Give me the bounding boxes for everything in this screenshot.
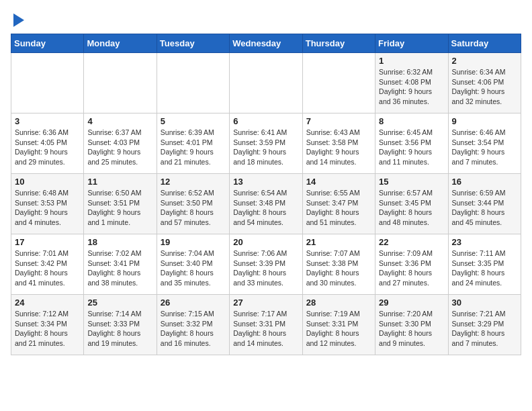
day-info: Sunrise: 6:57 AM Sunset: 3:45 PM Dayligh… <box>379 188 444 228</box>
day-info: Sunrise: 6:43 AM Sunset: 3:58 PM Dayligh… <box>306 128 371 167</box>
calendar-cell: 29Sunrise: 7:20 AM Sunset: 3:30 PM Dayli… <box>375 295 448 355</box>
day-info: Sunrise: 7:15 AM Sunset: 3:32 PM Dayligh… <box>161 309 226 349</box>
day-info: Sunrise: 6:46 AM Sunset: 3:54 PM Dayligh… <box>452 128 517 167</box>
calendar-cell <box>11 53 84 113</box>
day-info: Sunrise: 7:17 AM Sunset: 3:31 PM Dayligh… <box>233 309 298 349</box>
calendar-cell: 1Sunrise: 6:32 AM Sunset: 4:08 PM Daylig… <box>375 53 448 113</box>
calendar-cell: 16Sunrise: 6:59 AM Sunset: 3:44 PM Dayli… <box>448 174 521 234</box>
calendar-cell: 10Sunrise: 6:48 AM Sunset: 3:53 PM Dayli… <box>11 174 84 234</box>
day-number: 3 <box>15 116 80 126</box>
calendar-cell: 3Sunrise: 6:36 AM Sunset: 4:05 PM Daylig… <box>11 113 84 174</box>
calendar-cell <box>302 53 375 113</box>
day-number: 24 <box>15 298 80 308</box>
day-number: 12 <box>161 177 226 187</box>
day-info: Sunrise: 7:01 AM Sunset: 3:42 PM Dayligh… <box>15 248 80 288</box>
calendar-cell: 26Sunrise: 7:15 AM Sunset: 3:32 PM Dayli… <box>157 295 229 355</box>
calendar-cell: 24Sunrise: 7:12 AM Sunset: 3:34 PM Dayli… <box>11 295 84 355</box>
day-number: 17 <box>15 237 80 247</box>
day-info: Sunrise: 7:07 AM Sunset: 3:38 PM Dayligh… <box>306 248 371 288</box>
day-info: Sunrise: 6:52 AM Sunset: 3:50 PM Dayligh… <box>161 188 226 228</box>
calendar-cell: 13Sunrise: 6:54 AM Sunset: 3:48 PM Dayli… <box>230 174 302 234</box>
calendar-cell <box>157 53 229 113</box>
calendar-cell: 4Sunrise: 6:37 AM Sunset: 4:03 PM Daylig… <box>84 113 157 174</box>
calendar-cell: 30Sunrise: 7:21 AM Sunset: 3:29 PM Dayli… <box>448 295 521 355</box>
calendar-cell: 6Sunrise: 6:41 AM Sunset: 3:59 PM Daylig… <box>230 113 302 174</box>
day-number: 14 <box>306 177 371 187</box>
calendar-cell: 9Sunrise: 6:46 AM Sunset: 3:54 PM Daylig… <box>448 113 521 174</box>
day-number: 4 <box>87 116 152 126</box>
day-number: 20 <box>233 237 298 247</box>
calendar-week-row: 17Sunrise: 7:01 AM Sunset: 3:42 PM Dayli… <box>11 234 521 295</box>
day-number: 6 <box>233 116 298 126</box>
day-info: Sunrise: 6:36 AM Sunset: 4:05 PM Dayligh… <box>15 128 80 167</box>
day-info: Sunrise: 6:55 AM Sunset: 3:47 PM Dayligh… <box>306 188 371 228</box>
day-info: Sunrise: 7:02 AM Sunset: 3:41 PM Dayligh… <box>87 248 152 288</box>
calendar-cell: 19Sunrise: 7:04 AM Sunset: 3:40 PM Dayli… <box>157 234 229 295</box>
day-number: 30 <box>452 298 517 308</box>
day-info: Sunrise: 7:19 AM Sunset: 3:31 PM Dayligh… <box>306 309 371 349</box>
calendar-cell: 28Sunrise: 7:19 AM Sunset: 3:31 PM Dayli… <box>302 295 375 355</box>
day-info: Sunrise: 6:48 AM Sunset: 3:53 PM Dayligh… <box>15 188 80 228</box>
day-number: 9 <box>452 116 517 126</box>
day-info: Sunrise: 7:04 AM Sunset: 3:40 PM Dayligh… <box>161 248 226 288</box>
day-number: 23 <box>452 237 517 247</box>
day-info: Sunrise: 7:20 AM Sunset: 3:30 PM Dayligh… <box>379 309 444 349</box>
calendar-cell: 27Sunrise: 7:17 AM Sunset: 3:31 PM Dayli… <box>230 295 302 355</box>
calendar-table: SundayMondayTuesdayWednesdayThursdayFrid… <box>11 34 521 355</box>
calendar-cell: 5Sunrise: 6:39 AM Sunset: 4:01 PM Daylig… <box>157 113 229 174</box>
day-number: 27 <box>233 298 298 308</box>
day-number: 7 <box>306 116 371 126</box>
header-cell-thursday: Thursday <box>302 34 375 53</box>
day-info: Sunrise: 7:11 AM Sunset: 3:35 PM Dayligh… <box>452 248 517 288</box>
calendar-cell: 25Sunrise: 7:14 AM Sunset: 3:33 PM Dayli… <box>84 295 157 355</box>
day-info: Sunrise: 6:54 AM Sunset: 3:48 PM Dayligh… <box>233 188 298 228</box>
day-info: Sunrise: 7:12 AM Sunset: 3:34 PM Dayligh… <box>15 309 80 349</box>
day-number: 26 <box>161 298 226 308</box>
logo-arrow-icon <box>13 13 24 27</box>
day-number: 15 <box>379 177 444 187</box>
calendar-cell: 21Sunrise: 7:07 AM Sunset: 3:38 PM Dayli… <box>302 234 375 295</box>
day-info: Sunrise: 6:34 AM Sunset: 4:06 PM Dayligh… <box>452 67 517 107</box>
calendar-cell: 15Sunrise: 6:57 AM Sunset: 3:45 PM Dayli… <box>375 174 448 234</box>
calendar-cell: 8Sunrise: 6:45 AM Sunset: 3:56 PM Daylig… <box>375 113 448 174</box>
header-cell-wednesday: Wednesday <box>230 34 302 53</box>
day-info: Sunrise: 7:09 AM Sunset: 3:36 PM Dayligh… <box>379 248 444 288</box>
calendar-week-row: 10Sunrise: 6:48 AM Sunset: 3:53 PM Dayli… <box>11 174 521 234</box>
day-number: 16 <box>452 177 517 187</box>
day-info: Sunrise: 6:45 AM Sunset: 3:56 PM Dayligh… <box>379 128 444 167</box>
calendar-week-row: 3Sunrise: 6:36 AM Sunset: 4:05 PM Daylig… <box>11 113 521 174</box>
day-number: 28 <box>306 298 371 308</box>
day-number: 11 <box>87 177 152 187</box>
logo <box>11 11 24 27</box>
day-number: 21 <box>306 237 371 247</box>
day-info: Sunrise: 6:37 AM Sunset: 4:03 PM Dayligh… <box>87 128 152 167</box>
day-number: 1 <box>379 56 444 66</box>
day-info: Sunrise: 7:21 AM Sunset: 3:29 PM Dayligh… <box>452 309 517 349</box>
header-cell-friday: Friday <box>375 34 448 53</box>
day-number: 8 <box>379 116 444 126</box>
calendar-cell: 18Sunrise: 7:02 AM Sunset: 3:41 PM Dayli… <box>84 234 157 295</box>
calendar-header-row: SundayMondayTuesdayWednesdayThursdayFrid… <box>11 34 521 53</box>
calendar-cell: 20Sunrise: 7:06 AM Sunset: 3:39 PM Dayli… <box>230 234 302 295</box>
calendar-cell: 2Sunrise: 6:34 AM Sunset: 4:06 PM Daylig… <box>448 53 521 113</box>
header-cell-saturday: Saturday <box>448 34 521 53</box>
calendar-week-row: 24Sunrise: 7:12 AM Sunset: 3:34 PM Dayli… <box>11 295 521 355</box>
calendar-cell <box>84 53 157 113</box>
calendar-cell: 14Sunrise: 6:55 AM Sunset: 3:47 PM Dayli… <box>302 174 375 234</box>
calendar-week-row: 1Sunrise: 6:32 AM Sunset: 4:08 PM Daylig… <box>11 53 521 113</box>
day-number: 29 <box>379 298 444 308</box>
calendar-cell: 11Sunrise: 6:50 AM Sunset: 3:51 PM Dayli… <box>84 174 157 234</box>
calendar-cell <box>230 53 302 113</box>
calendar-cell: 7Sunrise: 6:43 AM Sunset: 3:58 PM Daylig… <box>302 113 375 174</box>
day-number: 19 <box>161 237 226 247</box>
day-number: 10 <box>15 177 80 187</box>
calendar-cell: 23Sunrise: 7:11 AM Sunset: 3:35 PM Dayli… <box>448 234 521 295</box>
calendar-cell: 12Sunrise: 6:52 AM Sunset: 3:50 PM Dayli… <box>157 174 229 234</box>
day-info: Sunrise: 6:39 AM Sunset: 4:01 PM Dayligh… <box>161 128 226 167</box>
day-number: 25 <box>87 298 152 308</box>
day-info: Sunrise: 7:06 AM Sunset: 3:39 PM Dayligh… <box>233 248 298 288</box>
day-number: 22 <box>379 237 444 247</box>
day-info: Sunrise: 6:41 AM Sunset: 3:59 PM Dayligh… <box>233 128 298 167</box>
calendar-body: 1Sunrise: 6:32 AM Sunset: 4:08 PM Daylig… <box>11 53 521 355</box>
header-cell-sunday: Sunday <box>11 34 84 53</box>
